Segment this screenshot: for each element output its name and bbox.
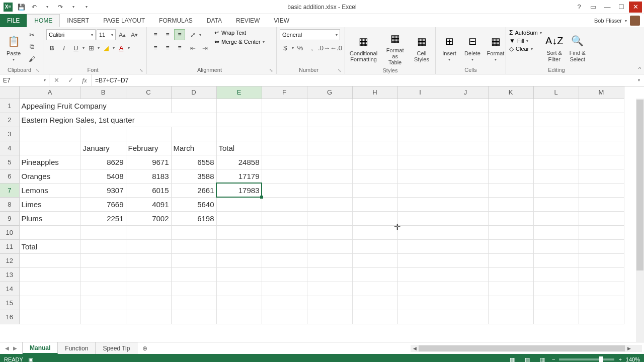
cell[interactable] <box>262 267 307 282</box>
cell[interactable] <box>262 113 307 127</box>
increase-decimal-icon[interactable]: .0→ <box>318 42 330 53</box>
cell[interactable] <box>19 141 80 155</box>
cell[interactable] <box>262 239 307 253</box>
cell[interactable] <box>80 267 126 282</box>
decrease-indent-icon[interactable]: ⇤ <box>187 42 198 53</box>
cell[interactable] <box>397 197 443 211</box>
cell[interactable] <box>307 141 352 155</box>
cell[interactable] <box>262 183 307 197</box>
excel-app-icon[interactable]: X≡ <box>2 2 14 13</box>
cell[interactable] <box>126 225 171 239</box>
cell[interactable] <box>216 282 262 296</box>
borders-icon[interactable]: ⊞ <box>86 42 97 53</box>
cell[interactable] <box>579 197 624 211</box>
cell[interactable]: 5408 <box>80 169 126 183</box>
cell[interactable] <box>533 211 579 225</box>
cell[interactable] <box>80 310 126 324</box>
cell[interactable] <box>352 183 397 197</box>
cell[interactable] <box>171 296 216 310</box>
cell[interactable] <box>262 141 307 155</box>
column-header-I[interactable]: I <box>397 86 443 99</box>
select-all-corner[interactable] <box>0 86 19 99</box>
font-launcher-icon[interactable]: ⤡ <box>139 68 143 73</box>
cell[interactable] <box>488 127 533 141</box>
cell[interactable] <box>262 99 307 113</box>
cell[interactable]: 9307 <box>80 183 126 197</box>
tab-insert[interactable]: INSERT <box>60 14 96 27</box>
cell[interactable]: January <box>80 141 126 155</box>
cell[interactable] <box>216 197 262 211</box>
cell[interactable] <box>171 127 216 141</box>
cell[interactable] <box>216 267 262 282</box>
qat-customize-icon[interactable]: ▾ <box>80 2 93 13</box>
cell[interactable] <box>19 267 80 282</box>
insert-cells-button[interactable]: ⊞Insert▾ <box>439 29 460 66</box>
zoom-in-icon[interactable]: + <box>618 356 621 362</box>
cell[interactable] <box>397 239 443 253</box>
cell[interactable] <box>307 127 352 141</box>
minimize-icon[interactable]: — <box>601 2 614 13</box>
cell[interactable]: Eastern Region Sales, 1st quarter <box>19 113 216 127</box>
italic-icon[interactable]: I <box>58 42 69 53</box>
cell[interactable] <box>397 282 443 296</box>
cell[interactable] <box>488 225 533 239</box>
cell[interactable] <box>19 282 80 296</box>
cell[interactable] <box>262 296 307 310</box>
cell[interactable] <box>533 267 579 282</box>
cell[interactable] <box>488 113 533 127</box>
cell[interactable] <box>488 155 533 169</box>
hscroll-left-icon[interactable]: ◀ <box>411 345 419 352</box>
cell[interactable] <box>171 239 216 253</box>
cell[interactable] <box>397 127 443 141</box>
cell[interactable]: 7669 <box>80 197 126 211</box>
format-painter-icon[interactable]: 🖌 <box>26 53 37 64</box>
fill-color-dropdown-icon[interactable]: ▾ <box>113 46 115 50</box>
cell[interactable] <box>443 99 488 113</box>
row-header-11[interactable]: 11 <box>0 239 19 253</box>
cell[interactable] <box>352 113 397 127</box>
cell[interactable]: 9671 <box>126 155 171 169</box>
tab-data[interactable]: DATA <box>200 14 229 27</box>
cell[interactable] <box>80 296 126 310</box>
cell[interactable] <box>19 310 80 324</box>
cell[interactable] <box>533 155 579 169</box>
align-bottom-icon[interactable]: ≡ <box>174 29 185 40</box>
cell[interactable] <box>579 253 624 267</box>
cell[interactable] <box>352 127 397 141</box>
format-cells-button[interactable]: ▦Format▾ <box>485 29 506 66</box>
decrease-decimal-icon[interactable]: ←.0 <box>331 42 342 53</box>
row-header-16[interactable]: 16 <box>0 310 19 324</box>
cell[interactable] <box>171 253 216 267</box>
cell[interactable] <box>307 155 352 169</box>
avatar[interactable] <box>630 16 640 26</box>
cell[interactable]: Lemons <box>19 183 80 197</box>
comma-icon[interactable]: , <box>306 42 317 53</box>
column-header-E[interactable]: E <box>216 86 262 99</box>
cell[interactable] <box>171 282 216 296</box>
cell[interactable] <box>352 225 397 239</box>
spreadsheet-grid[interactable]: ABCDEFGHIJKLM1Appealing Fruit Company2Ea… <box>0 86 644 342</box>
cell[interactable] <box>443 253 488 267</box>
cell[interactable] <box>126 296 171 310</box>
name-box[interactable]: E7▾ <box>0 74 49 86</box>
cut-icon[interactable]: ✂ <box>26 29 37 40</box>
underline-dropdown-icon[interactable]: ▾ <box>83 46 85 50</box>
cell[interactable] <box>488 253 533 267</box>
cell[interactable] <box>397 141 443 155</box>
cell[interactable]: Total <box>216 141 262 155</box>
alignment-launcher-icon[interactable]: ⤡ <box>269 68 273 73</box>
cell[interactable] <box>307 310 352 324</box>
cell[interactable] <box>307 267 352 282</box>
tab-home[interactable]: HOME <box>27 14 60 27</box>
row-header-13[interactable]: 13 <box>0 267 19 282</box>
cell[interactable] <box>307 211 352 225</box>
cell[interactable] <box>307 99 352 113</box>
cell[interactable] <box>579 296 624 310</box>
cell[interactable] <box>533 169 579 183</box>
cell[interactable] <box>262 127 307 141</box>
row-header-14[interactable]: 14 <box>0 282 19 296</box>
cell[interactable] <box>533 99 579 113</box>
cell[interactable] <box>443 225 488 239</box>
macro-record-icon[interactable]: ▣ <box>28 356 33 363</box>
cell[interactable] <box>262 197 307 211</box>
